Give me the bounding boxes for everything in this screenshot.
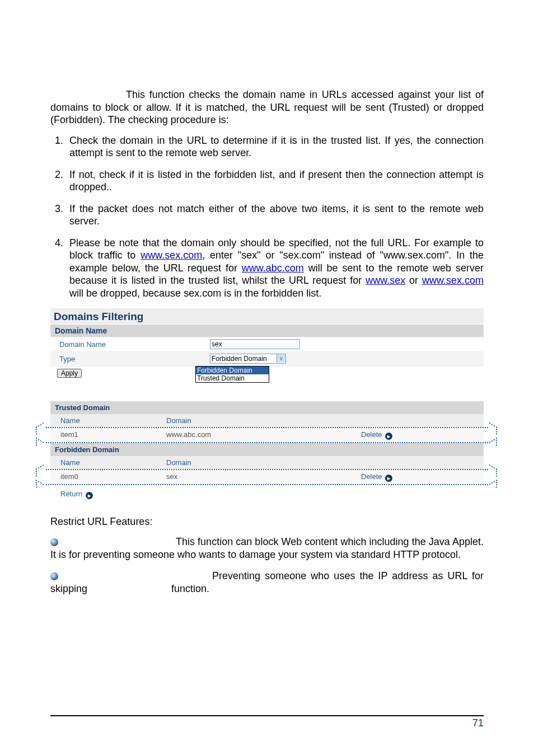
- delete-trusted-button[interactable]: Delete ▸: [361, 430, 392, 439]
- col-domain: Domain: [164, 456, 359, 469]
- link-sex-com[interactable]: www.sex.com: [140, 250, 202, 261]
- bullet-icon: [50, 538, 58, 546]
- label-domain-name: Domain Name: [50, 337, 208, 351]
- forbidden-item-domain: sex: [164, 470, 359, 484]
- delete-forbidden-button[interactable]: Delete ▸: [361, 472, 392, 481]
- list-item: If not, check if it is listed in the for…: [66, 168, 484, 194]
- forbidden-domain-header: Forbidden Domain: [50, 443, 484, 456]
- trusted-domain-header: Trusted Domain: [50, 401, 484, 414]
- page-number: 71: [472, 717, 484, 729]
- link-sex[interactable]: www.sex: [366, 275, 405, 286]
- list-item: Please be note that the domain only shou…: [66, 237, 484, 300]
- domain-name-input[interactable]: [210, 339, 300, 349]
- chevron-down-icon: v: [277, 354, 285, 363]
- option-trusted-domain[interactable]: Trusted Domain: [196, 374, 269, 382]
- arrow-icon: ▸: [86, 492, 93, 499]
- trusted-item-domain: www.abc.com: [164, 428, 359, 442]
- row-domain-name: Domain Name: [50, 337, 484, 351]
- domain-table: Trusted Domain Name Domain item1 www.abc…: [50, 401, 484, 504]
- row-apply-dropdown: Apply Forbidden Domain Trusted Domain: [50, 366, 484, 384]
- apply-button[interactable]: Apply: [57, 369, 82, 378]
- row-type: Type Forbidden Domain v: [50, 351, 484, 366]
- panel-section-domain-name: Domain Name: [50, 325, 484, 337]
- panel-title: Domains Filtering: [50, 308, 484, 325]
- arrow-icon: ▸: [385, 433, 392, 440]
- col-name: Name: [50, 456, 164, 469]
- trusted-item-name: item1: [50, 428, 164, 442]
- procedure-list: Check the domain in the URL to determine…: [50, 134, 484, 300]
- label-type: Type: [50, 352, 208, 366]
- page-footer: 71: [50, 715, 484, 729]
- table-row: item0 sex Delete ▸: [50, 470, 484, 484]
- bullet-icon: [50, 572, 58, 580]
- type-select[interactable]: Forbidden Domain v: [210, 354, 286, 364]
- domains-filtering-panel: Domains Filtering Domain Name Domain Nam…: [50, 308, 484, 384]
- restrict-heading: Restrict URL Features:: [50, 516, 484, 528]
- forbidden-item-name: item0: [50, 470, 164, 484]
- option-forbidden-domain[interactable]: Forbidden Domain: [196, 367, 269, 374]
- table-row: item1 www.abc.com Delete ▸: [50, 428, 484, 442]
- intro-paragraph: This function checks the domain name in …: [50, 88, 484, 126]
- col-domain: Domain: [164, 414, 359, 427]
- list-item: Check the domain in the URL to determine…: [66, 134, 484, 159]
- return-button[interactable]: Return ▸: [60, 490, 93, 498]
- restrict-block-1: This function can block Web content whic…: [50, 536, 484, 561]
- type-dropdown-list[interactable]: Forbidden Domain Trusted Domain: [195, 366, 269, 383]
- col-name: Name: [50, 414, 164, 427]
- list-item: If the packet does not match either of t…: [66, 203, 484, 228]
- restrict-block-2: Preventing someone who uses the IP addre…: [50, 570, 484, 595]
- link-abc-com[interactable]: www.abc.com: [242, 262, 304, 274]
- arrow-icon: ▸: [385, 475, 392, 482]
- link-sex-com-2[interactable]: www.sex.com: [422, 275, 484, 286]
